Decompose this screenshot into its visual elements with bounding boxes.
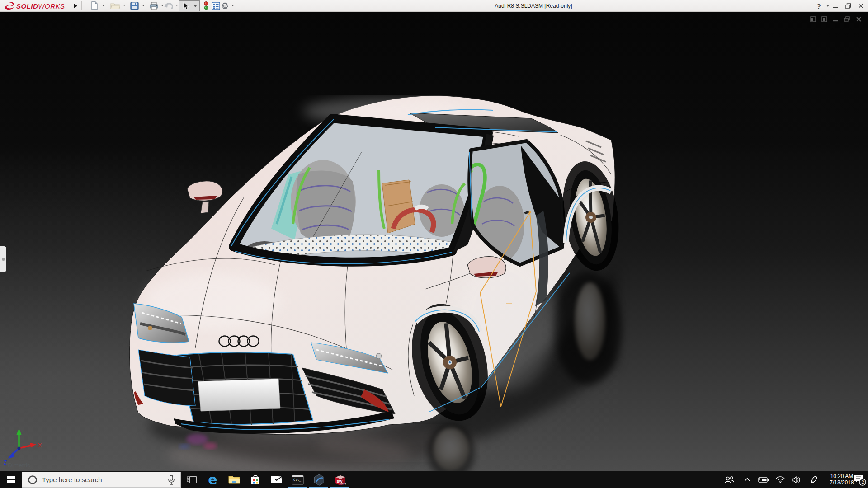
document-window-icon[interactable]	[810, 16, 816, 22]
doc-close-icon[interactable]	[856, 16, 862, 22]
car-model-render[interactable]: X Z *Dimetric	[0, 12, 868, 471]
doc-restore-icon[interactable]	[844, 16, 850, 22]
volume-button[interactable]	[789, 471, 804, 488]
print-icon	[149, 2, 159, 10]
left-mirror	[187, 181, 222, 213]
save-dropdown[interactable]	[142, 5, 145, 6]
select-tool-active[interactable]	[179, 0, 200, 11]
cmd-prompt-text: C:\_	[293, 478, 302, 482]
new-document-dropdown[interactable]	[102, 5, 105, 6]
select-dropdown[interactable]	[194, 5, 197, 7]
windshield	[233, 118, 488, 263]
show-hidden-icons-button[interactable]	[740, 471, 755, 488]
sw-year: 2017	[340, 483, 346, 485]
notification-count: 2	[862, 479, 864, 484]
tab-handle-dot	[2, 258, 5, 261]
chevron-up-icon	[744, 478, 750, 482]
feature-tree-collapsed-tab[interactable]	[0, 246, 6, 272]
solidworks-logo: SOLIDWORKS	[5, 0, 65, 12]
save-button[interactable]	[130, 1, 139, 10]
wifi-button[interactable]	[773, 471, 788, 488]
edge-button[interactable]: e	[202, 471, 223, 488]
window-title: Audi R8 S.SLDASM [Read-only]	[495, 3, 572, 9]
orientation-triad: X Z	[4, 428, 42, 466]
options-button[interactable]	[221, 1, 229, 10]
document-window-icon[interactable]	[821, 16, 827, 22]
undo-dropdown[interactable]	[175, 5, 178, 6]
people-icon	[724, 476, 734, 484]
open-dropdown[interactable]	[123, 5, 126, 6]
stoplight-icon	[203, 1, 209, 10]
close-icon	[858, 3, 863, 9]
windows-ink-button[interactable]	[807, 471, 822, 488]
people-button[interactable]	[722, 471, 737, 488]
new-document-icon	[90, 1, 99, 10]
brand-solid: SOLID	[16, 2, 38, 10]
file-properties-button[interactable]	[212, 1, 220, 10]
mail-button[interactable]	[266, 471, 287, 488]
new-document-button[interactable]	[90, 1, 99, 10]
wifi-icon	[776, 476, 785, 483]
menu-flyout-arrow[interactable]	[73, 1, 78, 10]
file-properties-icon	[212, 2, 220, 10]
graphics-area[interactable]: X Z *Dimetric	[0, 12, 868, 471]
windows-taskbar: e C:\_	[0, 471, 868, 488]
front-grille	[177, 352, 313, 425]
brand-works: WORKS	[38, 2, 65, 10]
triad-x-label: X	[38, 442, 42, 449]
help-glyph: ?	[816, 2, 821, 10]
battery-charging-icon	[758, 477, 769, 483]
file-explorer-button[interactable]	[223, 471, 245, 488]
command-prompt-icon: C:\_	[292, 475, 304, 485]
undo-button[interactable]	[164, 1, 174, 10]
titlebar: SOLIDWORKS	[0, 0, 868, 12]
options-dropdown[interactable]	[231, 5, 234, 6]
open-folder-icon	[110, 2, 120, 10]
start-button[interactable]	[0, 471, 22, 488]
gear-icon	[221, 2, 229, 10]
taskbar-search[interactable]	[22, 472, 181, 488]
close-button[interactable]	[854, 0, 867, 12]
restore-icon	[845, 3, 851, 9]
action-center-button[interactable]: 2	[852, 471, 868, 488]
print-button[interactable]	[149, 1, 159, 10]
action-center-icon: 2	[854, 474, 866, 486]
view-orientation-label: *Dimetric	[5, 462, 30, 469]
cortana-icon	[28, 475, 38, 485]
mail-icon	[271, 475, 283, 484]
license-plate	[198, 379, 280, 411]
restore-button[interactable]	[842, 0, 854, 12]
doc-minimize-icon[interactable]	[833, 16, 839, 22]
ds-logo-icon	[5, 1, 16, 10]
solidworks-2017-button[interactable]: SW 2017	[330, 471, 351, 488]
minimize-button[interactable]	[829, 0, 842, 12]
hexagon-app-icon	[313, 474, 325, 486]
select-cursor-icon	[183, 2, 189, 10]
store-icon	[250, 474, 260, 485]
task-view-icon	[187, 475, 197, 484]
command-prompt-button[interactable]: C:\_	[287, 471, 308, 488]
document-window-controls	[810, 16, 862, 22]
task-view-button[interactable]	[181, 471, 202, 488]
store-button[interactable]	[245, 471, 266, 488]
windows-logo-icon	[7, 476, 15, 483]
speaker-icon	[792, 476, 801, 483]
rebuild-stoplight-button[interactable]	[203, 1, 209, 10]
search-input[interactable]	[42, 476, 168, 483]
undo-arrow-icon	[164, 2, 174, 10]
help-button[interactable]: ?	[812, 0, 826, 12]
pen-icon	[810, 476, 818, 484]
file-explorer-icon	[228, 475, 240, 484]
solidworks-2017-icon: SW 2017	[334, 474, 347, 486]
microphone-icon[interactable]	[168, 475, 175, 485]
open-button[interactable]	[110, 1, 120, 10]
battery-button[interactable]	[756, 471, 771, 488]
edge-icon: e	[208, 474, 217, 486]
minimize-icon	[833, 3, 838, 9]
save-floppy-icon	[130, 2, 139, 10]
solidworks-visualize-button[interactable]	[308, 471, 330, 488]
